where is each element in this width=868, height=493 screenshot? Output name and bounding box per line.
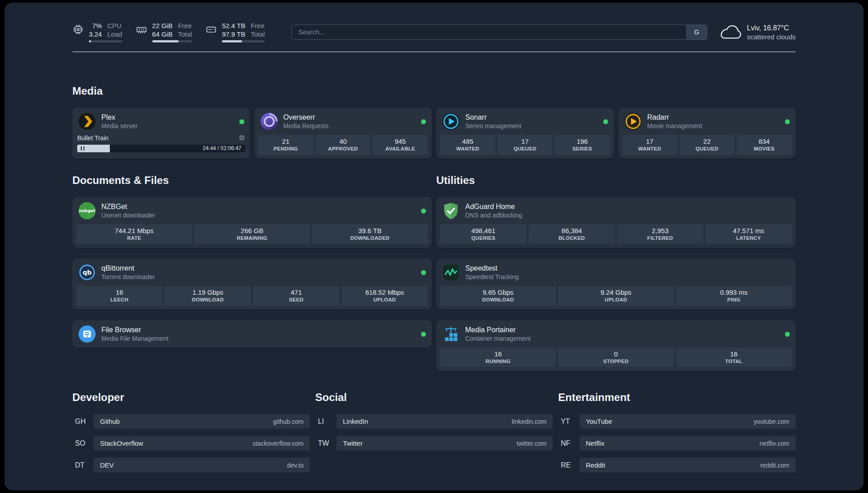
section-title-media: Media: [72, 84, 796, 98]
service-link-filebrowser[interactable]: File Browser Media File Management: [76, 324, 428, 344]
bookmark-link-netflix[interactable]: Netflix netflix.com: [580, 436, 796, 451]
disk-icon: [205, 24, 217, 35]
stat-latency: 47.571 msLATENCY: [705, 224, 792, 244]
service-stats: 17WANTED 22QUEUED 834MOVIES: [622, 131, 792, 155]
search-provider-button[interactable]: G: [686, 25, 707, 39]
sonarr-icon: [442, 113, 460, 130]
top-bar: 7% 3.24 CPU Load 22 GiB 64 GiB: [72, 3, 796, 42]
bookmark-abbr: RE: [558, 461, 580, 469]
search-input[interactable]: [292, 25, 686, 39]
bookmark-twitter: TW Twitter twitter.com: [315, 436, 553, 451]
dashboard: 7% 3.24 CPU Load 22 GiB 64 GiB: [4, 3, 864, 490]
service-link-radarr[interactable]: Radarr Movie management: [622, 112, 792, 131]
bookmark-link-youtube[interactable]: YouTube youtube.com: [580, 414, 796, 429]
bookmark-link-stackoverflow[interactable]: StackOverflow stackoverflow.com: [94, 436, 310, 451]
stat-wanted: 17WANTED: [622, 135, 677, 155]
service-name: Speedtest: [465, 264, 519, 273]
bookmark-abbr: NF: [558, 439, 580, 447]
bookmark-abbr: SO: [72, 439, 94, 447]
service-card-speedtest: Speedtest Speedtest Tracking 9.65 GbpsDO…: [436, 259, 796, 309]
playback-time: 24:44 / 02:06:47: [203, 145, 242, 152]
service-card-sonarr: Sonarr Series management 485WANTED 17QUE…: [436, 108, 614, 159]
stat-download: 9.65 GbpsDOWNLOAD: [440, 286, 556, 305]
disk-free-label: Free: [250, 21, 265, 30]
service-description: Container management: [465, 334, 530, 343]
status-dot: [421, 119, 426, 124]
service-description: Speedtest Tracking: [465, 273, 519, 281]
disk-progress-fill: [222, 40, 242, 42]
stat-total: 16TOTAL: [676, 347, 792, 367]
service-name: File Browser: [101, 326, 168, 334]
bookmark-abbr: DT: [72, 461, 94, 469]
stat-stopped: 0STOPPED: [558, 347, 674, 367]
adguard-icon: [442, 202, 460, 220]
gear-icon[interactable]: ⚙: [238, 134, 245, 142]
bookmark-youtube: YT YouTube youtube.com: [558, 414, 796, 429]
status-dot: [785, 119, 790, 124]
bookmark-name: YouTube: [586, 418, 612, 425]
bookmark-name: Netflix: [586, 439, 605, 447]
pause-icon[interactable]: [81, 146, 84, 150]
status-dot: [603, 119, 608, 124]
portainer-icon: [442, 325, 460, 343]
cpu-icon: [72, 24, 84, 35]
service-description: DNS and adblocking: [465, 211, 522, 219]
bookmarks-social: Social LI LinkedIn linkedin.com TW Twitt…: [315, 391, 553, 472]
service-link-nzbget[interactable]: nzbget NZBGet Usenet downloader: [76, 201, 428, 221]
service-name: qBittorrent: [101, 264, 155, 273]
disk-widget: 52.4 TB 97.9 TB Free Total: [205, 21, 265, 42]
bookmark-link-linkedin[interactable]: LinkedIn linkedin.com: [337, 414, 553, 429]
disk-total-value: 97.9 TB: [222, 30, 245, 38]
service-stats: 498,461QUERIES 86,384BLOCKED 2,953FILTER…: [440, 224, 792, 244]
bookmark-name: Twitter: [343, 439, 363, 447]
bookmark-name: Github: [100, 418, 120, 425]
service-link-plex[interactable]: Plex Media server: [76, 112, 246, 131]
bookmark-abbr: LI: [315, 418, 337, 426]
bookmark-link-reddit[interactable]: Reddit reddit.com: [580, 458, 796, 472]
bookmark-url: twitter.com: [517, 440, 547, 447]
service-link-sonarr[interactable]: Sonarr Series management: [440, 112, 610, 131]
service-card-nzbget: nzbget NZBGet Usenet downloader 744.21 M…: [72, 197, 432, 248]
bookmark-url: reddit.com: [760, 462, 789, 469]
qbittorrent-icon: qb: [78, 263, 96, 281]
plex-icon: [78, 113, 96, 130]
search-bar: G: [292, 25, 707, 40]
playback-progress-bar[interactable]: 24:44 / 02:06:47: [77, 145, 245, 152]
service-stats: 21PENDING 40APPROVED 945AVAILABLE: [259, 131, 428, 155]
service-name: NZBGet: [101, 202, 155, 211]
service-name: Radarr: [647, 113, 702, 122]
service-description: Media File Management: [101, 334, 168, 343]
bookmarks-developer: Developer GH Github github.com SO StackO…: [72, 391, 310, 472]
stat-remaining: 266 GBREMAINING: [194, 224, 310, 244]
service-link-overseerr[interactable]: Overseerr Media Requests: [259, 112, 428, 131]
bookmark-netflix: NF Netflix netflix.com: [558, 436, 796, 451]
service-link-adguard[interactable]: AdGuard Home DNS and adblocking: [440, 201, 792, 221]
cpu-load-value: 3.24: [89, 30, 102, 38]
service-description: Media server: [101, 122, 138, 130]
documents-column: Documents & Files nzbget NZBGet Usenet d…: [72, 174, 432, 371]
bookmark-link-github[interactable]: Github github.com: [94, 414, 310, 429]
service-card-overseerr: Overseerr Media Requests 21PENDING 40APP…: [255, 108, 432, 159]
stat-queries: 498,461QUERIES: [440, 224, 526, 244]
bookmark-link-dev[interactable]: DEV dev.to: [94, 458, 310, 472]
service-stats: 744.21 MbpsRATE 266 GBREMAINING 39.6 TBD…: [76, 224, 428, 244]
bookmark-url: netflix.com: [760, 440, 789, 447]
service-stats: 9.65 GbpsDOWNLOAD 9.24 GbpsUPLOAD 0.993 …: [440, 286, 792, 305]
bookmark-linkedin: LI LinkedIn linkedin.com: [315, 414, 553, 429]
service-name: Sonarr: [465, 113, 521, 122]
bookmark-abbr: TW: [315, 439, 337, 447]
bookmark-link-twitter[interactable]: Twitter twitter.com: [337, 436, 553, 451]
speedtest-icon: [442, 263, 460, 281]
status-dot: [421, 332, 426, 337]
cpu-progress-track: [89, 40, 122, 42]
weather-location: Lviv, 16.87°C: [747, 23, 796, 33]
service-card-filebrowser: File Browser Media File Management: [72, 320, 432, 348]
service-link-portainer[interactable]: Media Portainer Container management: [440, 324, 792, 344]
service-link-qbittorrent[interactable]: qb qBittorrent Torrent downloader: [76, 263, 428, 282]
radarr-icon: [624, 113, 642, 130]
bookmark-name: LinkedIn: [343, 418, 368, 425]
stat-upload: 618.52 MbpsUPLOAD: [342, 286, 428, 305]
memory-free-label: Free: [178, 21, 192, 30]
bookmark-stackoverflow: SO StackOverflow stackoverflow.com: [72, 436, 310, 451]
service-link-speedtest[interactable]: Speedtest Speedtest Tracking: [440, 263, 792, 282]
